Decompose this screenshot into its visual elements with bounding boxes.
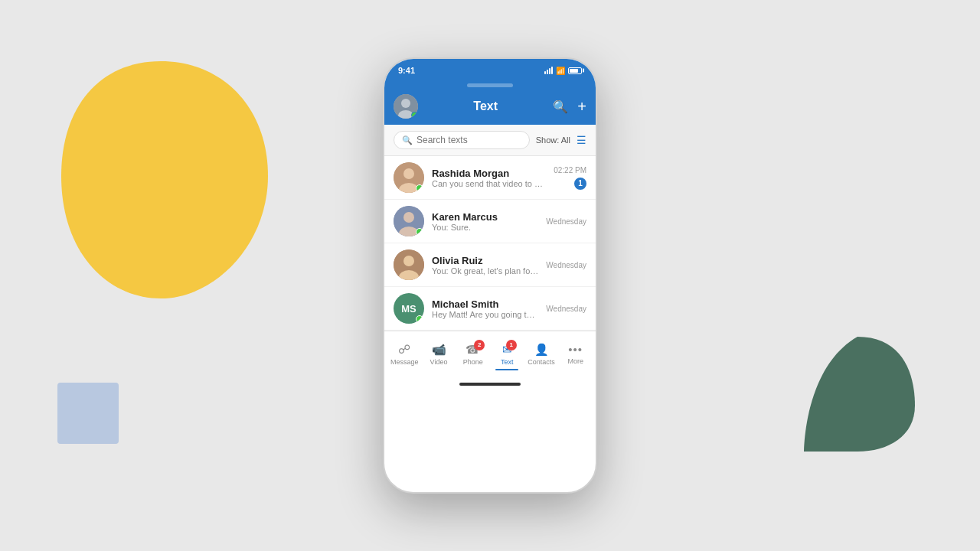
online-indicator: [411, 112, 418, 119]
contact-time-michael: Wednesday: [546, 305, 586, 313]
add-icon[interactable]: +: [577, 98, 586, 116]
nav-label-phone: Phone: [463, 358, 483, 366]
nav-label-contacts: Contacts: [528, 358, 555, 366]
nav-item-phone[interactable]: ☎ 2 Phone: [456, 338, 490, 370]
phone-frame: 9:41 📶: [383, 57, 597, 494]
online-dot-michael: [416, 315, 423, 323]
online-dot-karen: [416, 228, 423, 236]
message-nav-icon: ☍: [398, 342, 410, 357]
contact-item-michael[interactable]: MS Michael Smith Hey Matt! Are you going…: [384, 287, 596, 331]
contacts-nav-icon: 👤: [534, 343, 549, 357]
contact-item-rashida[interactable]: Rashida Morgan Can you send that video t…: [384, 156, 596, 200]
contact-time-rashida: 02:22 PM: [554, 166, 586, 174]
search-input[interactable]: [416, 135, 521, 145]
active-indicator: [495, 369, 518, 370]
header-actions: 🔍 +: [553, 98, 586, 116]
notch-pill: [467, 83, 513, 87]
home-indicator: [384, 377, 596, 392]
contact-avatar-olivia: [394, 249, 424, 280]
contact-name-rashida: Rashida Morgan: [432, 168, 546, 179]
filter-icon[interactable]: ☰: [577, 134, 586, 146]
contact-preview-karen: You: Sure.: [432, 223, 538, 232]
battery-icon: [568, 67, 582, 74]
nav-item-message[interactable]: ☍ Message: [387, 337, 422, 370]
wifi-icon: 📶: [556, 67, 565, 75]
contact-meta-olivia: Wednesday: [546, 261, 586, 269]
contact-preview-rashida: Can you send that video to David?: [432, 179, 546, 188]
contact-avatar-rashida: [394, 162, 424, 193]
user-avatar[interactable]: [394, 94, 418, 119]
contact-avatar-michael: MS: [394, 293, 424, 324]
svg-point-1: [401, 99, 410, 108]
nav-item-text[interactable]: ✉ 1 Text: [490, 338, 524, 370]
contact-avatar-karen: [394, 206, 424, 236]
status-time: 9:41: [398, 66, 415, 75]
contact-time-karen: Wednesday: [546, 217, 586, 226]
nav-label-message: Message: [390, 358, 419, 366]
video-nav-icon: 📹: [432, 343, 446, 357]
text-badge: 1: [506, 340, 517, 350]
svg-point-7: [403, 212, 414, 223]
status-bar: 9:41 📶: [384, 59, 596, 82]
svg-point-4: [403, 168, 414, 179]
contact-meta-karen: Wednesday: [546, 217, 586, 226]
more-nav-icon: •••: [568, 343, 583, 356]
blue-square-decoration: [57, 383, 119, 444]
nav-item-more[interactable]: ••• More: [558, 338, 593, 370]
nav-label-video: Video: [430, 358, 448, 366]
contact-initials-michael: MS: [401, 303, 416, 315]
phone-badge: 2: [474, 340, 485, 350]
app-title: Text: [424, 99, 547, 113]
nav-item-contacts[interactable]: 👤 Contacts: [524, 338, 559, 370]
search-bar: 🔍 Show: All ☰: [384, 125, 596, 156]
contact-preview-michael: Hey Matt! Are you going to the gym to...: [432, 310, 538, 319]
contact-info-rashida: Rashida Morgan Can you send that video t…: [432, 168, 546, 188]
contact-list: Rashida Morgan Can you send that video t…: [384, 156, 596, 331]
phone-mockup: 9:41 📶: [383, 57, 597, 494]
contact-info-michael: Michael Smith Hey Matt! Are you going to…: [432, 298, 538, 319]
signal-icon: [544, 67, 553, 74]
search-input-icon: 🔍: [402, 135, 413, 145]
search-input-wrapper[interactable]: 🔍: [394, 131, 530, 149]
bottom-nav: ☍ Message 📹 Video ☎ 2 Phone ✉ 1 Text: [384, 331, 596, 377]
contact-name-olivia: Olivia Ruiz: [432, 255, 538, 266]
yellow-blob-decoration: [46, 46, 276, 306]
contact-info-karen: Karen Marcus You: Sure.: [432, 211, 538, 232]
status-icons: 📶: [544, 67, 582, 75]
contact-name-michael: Michael Smith: [432, 298, 538, 310]
contact-meta-michael: Wednesday: [546, 305, 586, 313]
contact-time-olivia: Wednesday: [546, 261, 586, 269]
green-shape-decoration: [796, 329, 919, 452]
contact-item-olivia[interactable]: Olivia Ruiz You: Ok great, let's plan fo…: [384, 243, 596, 287]
contact-item-karen[interactable]: Karen Marcus You: Sure. Wednesday: [384, 200, 596, 243]
svg-point-10: [403, 256, 414, 266]
unread-badge-rashida: 1: [574, 178, 586, 190]
contact-info-olivia: Olivia Ruiz You: Ok great, let's plan fo…: [432, 255, 538, 276]
notch-bar: [384, 82, 596, 88]
contact-name-karen: Karen Marcus: [432, 211, 538, 223]
contact-preview-olivia: You: Ok great, let's plan for 9am tomo..…: [432, 266, 538, 276]
show-all-label[interactable]: Show: All: [536, 135, 570, 145]
nav-item-video[interactable]: 📹 Video: [422, 338, 456, 370]
online-dot-rashida: [416, 184, 423, 192]
home-pill: [459, 383, 521, 386]
app-header: Text 🔍 +: [384, 88, 596, 125]
search-icon[interactable]: 🔍: [553, 99, 568, 114]
nav-label-text: Text: [501, 358, 514, 366]
nav-label-more: More: [567, 357, 583, 365]
contact-meta-rashida: 02:22 PM 1: [554, 166, 586, 190]
